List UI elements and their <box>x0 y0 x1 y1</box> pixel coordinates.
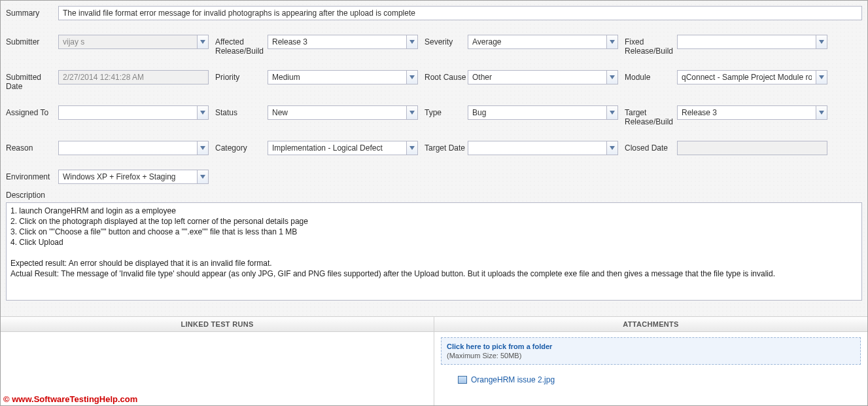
assigned-to-combo[interactable] <box>58 105 209 120</box>
target-date-input[interactable] <box>468 141 606 155</box>
severity-input[interactable] <box>468 35 606 49</box>
fixed-combo[interactable] <box>677 35 827 49</box>
priority-combo[interactable] <box>268 70 418 84</box>
type-input[interactable] <box>468 105 606 120</box>
chevron-down-icon[interactable] <box>197 141 209 155</box>
chevron-down-icon[interactable] <box>606 70 618 84</box>
upload-link[interactable]: Click here to pick from a folder <box>447 342 552 350</box>
chevron-down-icon[interactable] <box>816 35 827 49</box>
module-input[interactable] <box>677 70 816 84</box>
environment-combo[interactable] <box>58 170 209 184</box>
chevron-down-icon[interactable] <box>816 70 827 84</box>
category-combo[interactable] <box>268 141 418 155</box>
summary-input[interactable] <box>58 6 862 20</box>
environment-label: Environment <box>6 170 58 181</box>
submitter-combo[interactable] <box>58 35 209 49</box>
category-input[interactable] <box>268 141 406 155</box>
linked-test-runs-panel: LINKED TEST RUNS <box>1 317 434 405</box>
attachment-link[interactable]: OrangeHRM issue 2.jpg <box>471 375 555 384</box>
chevron-down-icon[interactable] <box>606 105 618 120</box>
target-label: Target Release/Build <box>618 105 677 126</box>
chevron-down-icon[interactable] <box>406 141 418 155</box>
chevron-down-icon[interactable] <box>816 105 827 120</box>
linked-test-runs-header: LINKED TEST RUNS <box>1 317 434 332</box>
reason-combo[interactable] <box>58 141 209 155</box>
fixed-input[interactable] <box>677 35 816 49</box>
chevron-down-icon[interactable] <box>406 35 418 49</box>
affected-label: Affected Release/Build <box>209 35 268 56</box>
target-date-combo[interactable] <box>468 141 618 155</box>
chevron-down-icon[interactable] <box>406 105 418 120</box>
severity-label: Severity <box>418 35 468 46</box>
status-combo[interactable] <box>268 105 418 120</box>
module-combo[interactable] <box>677 70 827 84</box>
chevron-down-icon[interactable] <box>197 105 209 120</box>
submitter-input <box>58 35 197 49</box>
chevron-down-icon[interactable] <box>406 70 418 84</box>
submitted-date-input <box>58 70 209 84</box>
root-cause-label: Root Cause <box>418 70 468 82</box>
priority-label: Priority <box>209 70 268 82</box>
submitted-date-label: Submitted Date <box>6 70 58 91</box>
target-combo[interactable] <box>677 105 827 120</box>
assigned-to-input[interactable] <box>58 105 197 120</box>
target-date-label: Target Date <box>418 141 468 153</box>
submitter-label: Submitter <box>6 35 58 46</box>
root-cause-combo[interactable] <box>468 70 618 84</box>
environment-input[interactable] <box>58 170 197 184</box>
affected-input[interactable] <box>268 35 406 49</box>
attachment-item: OrangeHRM issue 2.jpg <box>441 375 861 384</box>
type-combo[interactable] <box>468 105 618 120</box>
category-label: Category <box>209 141 268 153</box>
reason-input[interactable] <box>58 141 197 155</box>
module-label: Module <box>618 70 677 82</box>
watermark: © www.SoftwareTestingHelp.com <box>3 394 137 404</box>
upload-dropzone[interactable]: Click here to pick from a folder (Maximu… <box>441 337 861 365</box>
type-label: Type <box>418 105 468 117</box>
fixed-label: Fixed Release/Build <box>618 35 677 56</box>
chevron-down-icon[interactable] <box>197 35 209 49</box>
closed-date-label: Closed Date <box>618 141 677 153</box>
chevron-down-icon[interactable] <box>197 170 209 184</box>
status-input[interactable] <box>268 105 406 120</box>
chevron-down-icon[interactable] <box>606 141 618 155</box>
attachments-header: ATTACHMENTS <box>434 317 867 332</box>
status-label: Status <box>209 105 268 117</box>
reason-label: Reason <box>6 141 58 153</box>
closed-date-input <box>677 141 827 155</box>
root-cause-input[interactable] <box>468 70 606 84</box>
affected-combo[interactable] <box>268 35 418 49</box>
chevron-down-icon[interactable] <box>606 35 618 49</box>
image-file-icon <box>458 376 467 384</box>
attachments-panel: ATTACHMENTS Click here to pick from a fo… <box>434 317 867 405</box>
description-textarea[interactable]: 1. launch OrangeHRM and login as a emplo… <box>6 202 862 301</box>
target-input[interactable] <box>677 105 816 120</box>
priority-input[interactable] <box>268 70 406 84</box>
summary-label: Summary <box>6 6 58 18</box>
upload-hint: (Maximum Size: 50MB) <box>447 352 521 360</box>
description-label: Description <box>6 191 862 200</box>
assigned-to-label: Assigned To <box>6 105 58 117</box>
severity-combo[interactable] <box>468 35 618 49</box>
